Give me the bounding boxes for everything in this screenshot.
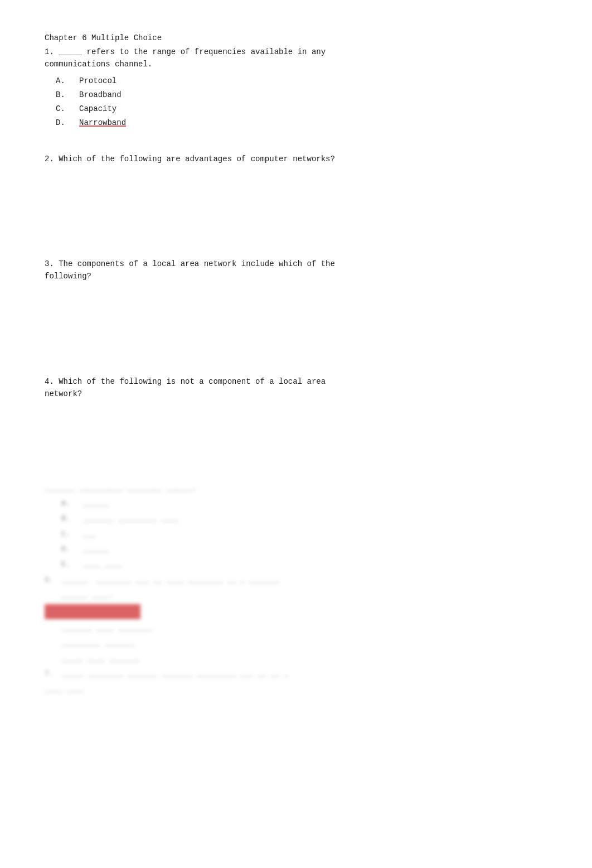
page-content: Chapter 6 Multiple Choice 1. _____ refer… [45,33,547,696]
question-1-text: 1. _____ refers to the range of frequenc… [45,46,547,71]
answer-1c: C. Capacity [56,102,547,116]
question-2-text: 2. Which of the following are advantages… [45,153,547,165]
chapter-title: Chapter 6 Multiple Choice [45,33,547,42]
blurred-section: _______ __________ ________ ______. A. _… [45,481,547,695]
blurred-line-5: D. ______ [45,543,547,556]
blurred-line-8: ______ ____. [45,589,547,601]
answer-1d: D. Narrowband [56,116,547,130]
question-3-text: 3. The components of a local area networ… [45,258,547,283]
question-3: 3. The components of a local area networ… [45,258,547,353]
blurred-line-12: 7. _____ ________ _______ _______ ______… [45,667,547,680]
q3-spacer [45,286,547,353]
blurred-line-6: E. ____ ____ [45,558,547,571]
red-highlight-bar [45,604,140,619]
blurred-line-9: _______ ____ ________ [45,621,547,634]
q2-spacer [45,168,547,235]
blurred-line-7: 5. ______ ________ ___ __ ____ ________ … [45,573,547,586]
answer-1a: A. Protocol [56,74,547,88]
question-4-text: 4. Which of the following is not a compo… [45,375,547,401]
answer-list-1: A. Protocol B. Broadband C. Capacity D. … [45,74,547,131]
blurred-line-1: _______ __________ ________ ______. [45,481,547,494]
blurred-line-11: _____ ____ _______ [45,652,547,665]
blurred-line-4: C. ___ [45,528,547,541]
q4-spacer [45,403,547,459]
blurred-line-2: A. ______ [45,497,547,510]
blurred-line-13: ____ ____ [45,683,547,696]
question-1: 1. _____ refers to the range of frequenc… [45,46,547,131]
question-2: 2. Which of the following are advantages… [45,153,547,235]
blurred-red-highlight [45,604,547,619]
blurred-line-10: _________ _______ [45,636,547,649]
answer-1b: B. Broadband [56,88,547,102]
blurred-line-3: B. _______ _________ ____ [45,512,547,525]
question-4: 4. Which of the following is not a compo… [45,375,547,460]
